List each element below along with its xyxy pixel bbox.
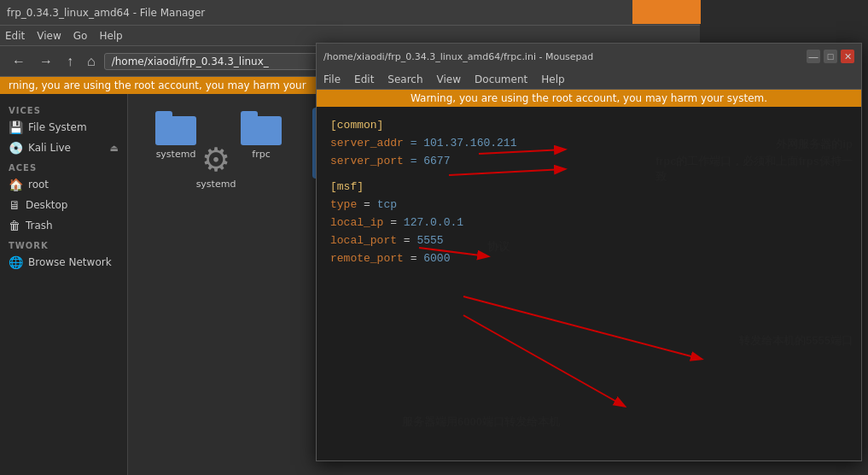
maximize-button[interactable]: □ bbox=[824, 50, 837, 63]
fm-menu-edit[interactable]: Edit bbox=[5, 30, 25, 42]
sidebar-item-browse-network[interactable]: 🌐 Browse Network bbox=[0, 252, 127, 273]
mp-menu-document[interactable]: Document bbox=[475, 73, 527, 85]
folder-icon bbox=[241, 111, 282, 145]
home-button[interactable]: ⌂ bbox=[82, 52, 101, 71]
mp-warning-bar: Warning, you are using the root account,… bbox=[317, 90, 861, 107]
svg-line-3 bbox=[463, 296, 701, 359]
mp-menu-view[interactable]: View bbox=[437, 73, 461, 85]
fm-menu-go[interactable]: Go bbox=[73, 30, 88, 42]
kalilive-icon: 💿 bbox=[9, 141, 23, 155]
mp-titlebar-buttons: — □ ✕ bbox=[807, 50, 854, 63]
server-addr-key: server_addr bbox=[330, 137, 404, 150]
type-key: type bbox=[330, 198, 357, 211]
sidebar-item-kalilive[interactable]: 💿 Kali Live ⏏ bbox=[0, 138, 127, 158]
eject-icon[interactable]: ⏏ bbox=[110, 143, 119, 154]
mp-code-content: [common] server_addr = 101.37.160.211 se… bbox=[317, 107, 861, 278]
sidebar-item-desktop[interactable]: 🖥 Desktop bbox=[0, 195, 127, 215]
file-label: frpc bbox=[252, 149, 270, 160]
sidebar-item-label: Browse Network bbox=[28, 256, 112, 268]
fm-menu-help[interactable]: Help bbox=[99, 30, 122, 42]
annotation-port6000: 服务器端用6000端口转发给本机 bbox=[402, 414, 560, 430]
file-label: systemd bbox=[196, 179, 236, 190]
code-line-remote-port: remote_port = 6000 bbox=[330, 250, 848, 268]
code-line-type: type = tcp bbox=[330, 196, 848, 214]
mp-menubar: File Edit Search View Document Help bbox=[317, 69, 861, 90]
mp-titlebar: /home/xiaodi/frp_0.34.3_linux_amd64/frpc… bbox=[317, 44, 861, 69]
fm-titlebar: frp_0.34.3_linux_amd64 - File Manager bbox=[0, 0, 700, 26]
sidebar-item-label: File System bbox=[28, 121, 87, 133]
sidebar-item-label: root bbox=[28, 179, 49, 191]
local-ip-key: local_ip bbox=[330, 216, 383, 229]
mp-menu-file[interactable]: File bbox=[323, 73, 341, 85]
remote-port-key: remote_port bbox=[330, 252, 404, 265]
up-button[interactable]: ↑ bbox=[61, 52, 79, 71]
forward-button[interactable]: → bbox=[34, 52, 58, 71]
mp-editor[interactable]: [common] server_addr = 101.37.160.211 se… bbox=[317, 107, 861, 460]
mp-title: /home/xiaodi/frp_0.34.3_linux_amd64/frpc… bbox=[323, 51, 593, 62]
code-line-local-port: local_port = 5555 bbox=[330, 232, 848, 250]
code-spacer bbox=[330, 170, 848, 179]
sidebar-item-label: Trash bbox=[26, 220, 53, 232]
orange-button[interactable] bbox=[632, 0, 701, 24]
folder-icon bbox=[155, 111, 196, 145]
desktop-icon: 🖥 bbox=[9, 198, 20, 212]
minimize-button[interactable]: — bbox=[807, 50, 820, 63]
network-icon: 🌐 bbox=[9, 255, 23, 269]
devices-section-title: VICES bbox=[0, 101, 127, 117]
code-line-msf: [msf] bbox=[330, 179, 848, 196]
annotation-port5555: 转发给本机的5555端口 bbox=[739, 333, 853, 349]
server-port-key: server_port bbox=[330, 155, 404, 167]
places-section-title: ACES bbox=[0, 158, 127, 174]
network-section-title: TWORK bbox=[0, 236, 127, 252]
trash-icon: 🗑 bbox=[9, 219, 20, 232]
fm-sidebar: VICES 💾 File System 💿 Kali Live ⏏ ACES 🏠… bbox=[0, 94, 128, 475]
local-port-key: local_port bbox=[330, 234, 397, 247]
section-common: [common] bbox=[330, 119, 383, 132]
mp-menu-edit[interactable]: Edit bbox=[354, 73, 374, 85]
server-addr-val: = 101.37.160.211 bbox=[411, 137, 517, 150]
mp-menu-help[interactable]: Help bbox=[541, 73, 564, 85]
sidebar-item-label: Desktop bbox=[26, 199, 68, 211]
close-button[interactable]: ✕ bbox=[841, 50, 854, 63]
root-icon: 🏠 bbox=[9, 178, 23, 191]
filesystem-icon: 💾 bbox=[9, 120, 23, 134]
fm-title: frp_0.34.3_linux_amd64 - File Manager bbox=[7, 7, 205, 19]
code-line-local-ip: local_ip = 127.0.0.1 bbox=[330, 214, 848, 232]
sidebar-item-trash[interactable]: 🗑 Trash bbox=[0, 215, 127, 236]
mousepad-window: /home/xiaodi/frp_0.34.3_linux_amd64/frpc… bbox=[316, 43, 862, 461]
sidebar-item-filesystem[interactable]: 💾 File System bbox=[0, 117, 127, 138]
sidebar-item-root[interactable]: 🏠 root bbox=[0, 174, 127, 195]
file-item-systemd-gear[interactable]: ⚙ systemd bbox=[182, 141, 250, 190]
code-line-server-port: server_port = 6677 bbox=[330, 153, 848, 171]
code-line-common: [common] bbox=[330, 117, 848, 135]
fm-menu-view[interactable]: View bbox=[37, 30, 61, 42]
section-msf: [msf] bbox=[330, 180, 364, 193]
sidebar-item-label: Kali Live bbox=[28, 142, 71, 154]
server-port-val: = 6677 bbox=[411, 155, 451, 167]
gear-icon: ⚙ bbox=[201, 141, 230, 179]
mp-menu-search[interactable]: Search bbox=[387, 73, 422, 85]
svg-line-4 bbox=[463, 315, 624, 406]
code-line-server-addr: server_addr = 101.37.160.211 bbox=[330, 135, 848, 153]
back-button[interactable]: ← bbox=[7, 52, 31, 71]
